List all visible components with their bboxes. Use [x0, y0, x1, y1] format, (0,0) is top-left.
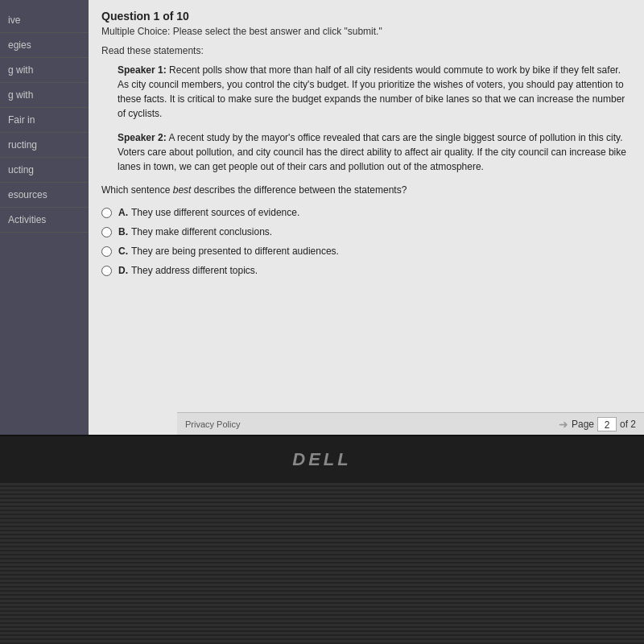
sidebar-item-1[interactable]: ive	[0, 8, 89, 33]
radio-d[interactable]	[101, 266, 112, 276]
question-text-after: describes the difference between the sta…	[191, 184, 407, 196]
question-title: Question 1 of 10	[101, 10, 631, 23]
sidebar-item-6[interactable]: ructing	[0, 133, 89, 158]
answer-options: A. They use different sources of evidenc…	[101, 207, 631, 276]
answer-label-c: C.	[118, 246, 128, 257]
answer-text-a: They use different sources of evidence.	[131, 207, 299, 218]
radio-a[interactable]	[101, 208, 112, 218]
speaker2-text: A recent study by the mayor's office rev…	[118, 132, 626, 172]
privacy-policy-link[interactable]: Privacy Policy	[185, 419, 240, 429]
speaker1-block: Speaker 1: Recent polls show that more t…	[118, 63, 631, 121]
pagination: ➜ Page 2 of 2	[559, 417, 636, 431]
sidebar: ive egies g with g with Fair in ructing …	[0, 0, 89, 435]
question-italic: best	[173, 184, 192, 196]
dell-logo: DELL	[292, 449, 351, 470]
read-prompt: Read these statements:	[101, 45, 631, 56]
answer-text-d: They address different topics.	[131, 265, 258, 276]
question-text-before: Which sentence	[101, 184, 173, 196]
sidebar-item-7[interactable]: ucting	[0, 158, 89, 183]
answer-option-d[interactable]: D. They address different topics.	[101, 265, 631, 276]
answer-text-c: They are being presented to different au…	[131, 246, 339, 257]
radio-b[interactable]	[101, 227, 112, 237]
answer-option-b[interactable]: B. They make different conclusions.	[101, 226, 631, 237]
sidebar-item-3[interactable]: g with	[0, 58, 89, 83]
answer-label-a: A.	[118, 207, 128, 218]
sidebar-item-5[interactable]: Fair in	[0, 108, 89, 133]
question-subtitle: Multiple Choice: Please select the best …	[101, 26, 631, 37]
speaker2-block: Speaker 2: A recent study by the mayor's…	[118, 130, 631, 174]
sidebar-item-2[interactable]: egies	[0, 33, 89, 58]
question-prompt: Which sentence best describes the differ…	[101, 184, 631, 197]
speaker2-label: Speaker 2:	[118, 132, 167, 143]
monitor-screen: ive egies g with g with Fair in ructing …	[0, 0, 644, 435]
sidebar-item-8[interactable]: esources	[0, 183, 89, 208]
answer-text-b: They make different conclusions.	[131, 226, 272, 237]
page-number: 2	[597, 417, 617, 431]
monitor-bezel: DELL	[0, 435, 644, 644]
answer-option-a[interactable]: A. They use different sources of evidenc…	[101, 207, 631, 218]
speaker1-text: Recent polls show that more than half of…	[118, 64, 625, 119]
speaker-grille	[0, 483, 644, 644]
monitor-brand-bar: DELL	[0, 435, 644, 483]
sidebar-item-4[interactable]: g with	[0, 83, 89, 108]
next-page-arrow[interactable]: ➜	[559, 418, 568, 431]
answer-option-c[interactable]: C. They are being presented to different…	[101, 246, 631, 257]
total-pages: of 2	[620, 419, 636, 430]
sidebar-item-9[interactable]: Activities	[0, 208, 89, 233]
page-label: Page	[572, 419, 594, 430]
main-content: Question 1 of 10 Multiple Choice: Please…	[89, 0, 644, 435]
speaker1-label: Speaker 1:	[118, 64, 167, 76]
answer-label-d: D.	[118, 265, 128, 276]
bottom-bar: Privacy Policy ➜ Page 2 of 2	[177, 412, 644, 435]
answer-label-b: B.	[118, 226, 128, 237]
radio-c[interactable]	[101, 246, 112, 257]
